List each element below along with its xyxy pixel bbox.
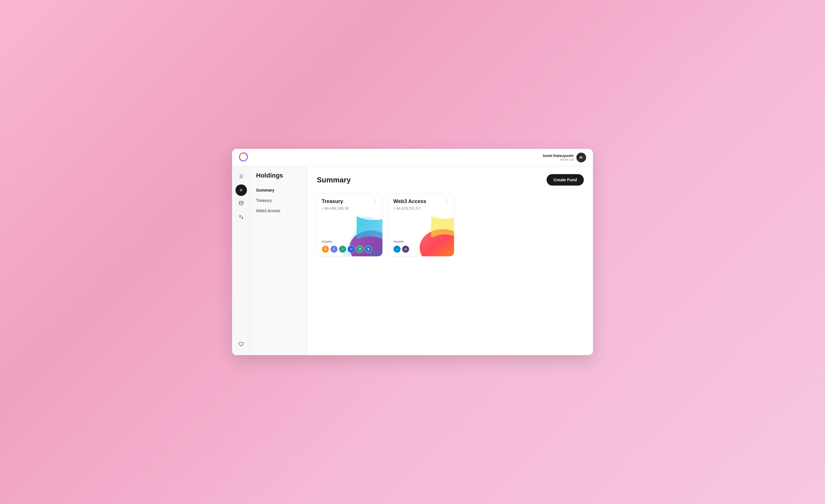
- web3access-card-footer: Assets ≈ 🦁: [389, 236, 454, 256]
- treasury-assets-label: Assets: [322, 240, 378, 244]
- treasury-menu-icon[interactable]: ⋮: [373, 198, 378, 203]
- main-layout: ☰ +: [232, 166, 593, 355]
- content-header: Summary Create Fund: [317, 174, 584, 185]
- hamburger-icon: ☰: [239, 174, 243, 179]
- usdc-icon: $: [365, 245, 372, 253]
- plus-icon: +: [239, 187, 243, 193]
- treasury-asset-icons: ₿ Ξ 🔗 ⬡ ₮ $: [322, 245, 378, 253]
- web3access-card-title: Web3 Access: [393, 198, 426, 204]
- content-area: Summary Create Fund: [308, 166, 593, 355]
- user-name: Izumi Katsuyoshi: [543, 154, 574, 158]
- user-details: Izumi Katsuyoshi Acme Ltd: [543, 154, 574, 161]
- card-header-web3access: Web3 Access ⋮: [389, 194, 454, 204]
- cards-grid: Treasury ⋮ ≈ $6,489,188.38 Assets ₿ Ξ 🔗: [317, 193, 584, 257]
- avatar: IK: [576, 153, 586, 162]
- logo: [239, 152, 248, 163]
- top-bar: Izumi Katsuyoshi Acme Ltd IK: [232, 149, 593, 166]
- nav-item-web3access[interactable]: Web3 Access ›: [250, 205, 307, 216]
- favorites-btn[interactable]: [235, 339, 247, 350]
- svg-point-0: [239, 153, 247, 161]
- user-info: Izumi Katsuyoshi Acme Ltd IK: [543, 153, 586, 162]
- database-icon: [239, 201, 244, 207]
- nav-label-web3access: Web3 Access: [256, 208, 281, 213]
- chevron-right-icon: ›: [300, 198, 302, 202]
- nav-label-summary: Summary: [256, 188, 275, 192]
- treasury-card-title: Treasury: [322, 198, 343, 204]
- web3access-assets-label: Assets: [393, 240, 449, 244]
- chainlink-icon: 🔗: [339, 245, 346, 253]
- icon-sidebar: ☰ +: [232, 166, 250, 355]
- nav-label-treasury: Treasury: [256, 198, 272, 203]
- web3access-menu-icon[interactable]: ⋮: [445, 198, 449, 203]
- page-title: Summary: [317, 176, 351, 184]
- transfer-btn[interactable]: [235, 212, 247, 223]
- token1-icon: ≈: [393, 245, 401, 253]
- chevron-right-icon: ›: [300, 209, 302, 213]
- card-header-treasury: Treasury ⋮: [317, 194, 382, 204]
- app-window: Izumi Katsuyoshi Acme Ltd IK ☰ +: [232, 149, 593, 355]
- fund-card-web3access[interactable]: Web3 Access ⋮ ≈ $4,829,291.57 Assets ≈ 🦁: [388, 193, 454, 257]
- treasury-card-footer: Assets ₿ Ξ 🔗 ⬡ ₮: [317, 236, 382, 256]
- create-fund-button[interactable]: Create Fund: [546, 174, 584, 185]
- treasury-card-value: ≈ $6,489,188.38: [317, 204, 382, 211]
- nav-title: Holdings: [250, 172, 307, 185]
- menu-icon-btn[interactable]: ☰: [235, 171, 247, 182]
- bitcoin-icon: ₿: [322, 245, 329, 253]
- fund-card-treasury[interactable]: Treasury ⋮ ≈ $6,489,188.38 Assets ₿ Ξ 🔗: [317, 193, 383, 257]
- holdings-btn[interactable]: [235, 198, 247, 209]
- heart-icon: [239, 342, 244, 348]
- token2-icon: 🦁: [402, 245, 409, 253]
- nav-sidebar: Holdings Summary Treasury › Web3 Access …: [250, 166, 308, 355]
- ethereum-icon: Ξ: [330, 245, 338, 253]
- web3access-asset-icons: ≈ 🦁: [393, 245, 449, 253]
- tether-icon: ₮: [356, 245, 364, 253]
- web3access-card-value: ≈ $4,829,291.57: [389, 204, 454, 211]
- user-company: Acme Ltd: [560, 158, 574, 161]
- svg-point-1: [239, 201, 243, 203]
- transfer-icon: [239, 215, 244, 221]
- add-btn[interactable]: +: [235, 184, 247, 196]
- nav-item-treasury[interactable]: Treasury ›: [250, 195, 307, 205]
- link-icon: ⬡: [348, 245, 355, 253]
- nav-item-summary[interactable]: Summary: [250, 185, 307, 195]
